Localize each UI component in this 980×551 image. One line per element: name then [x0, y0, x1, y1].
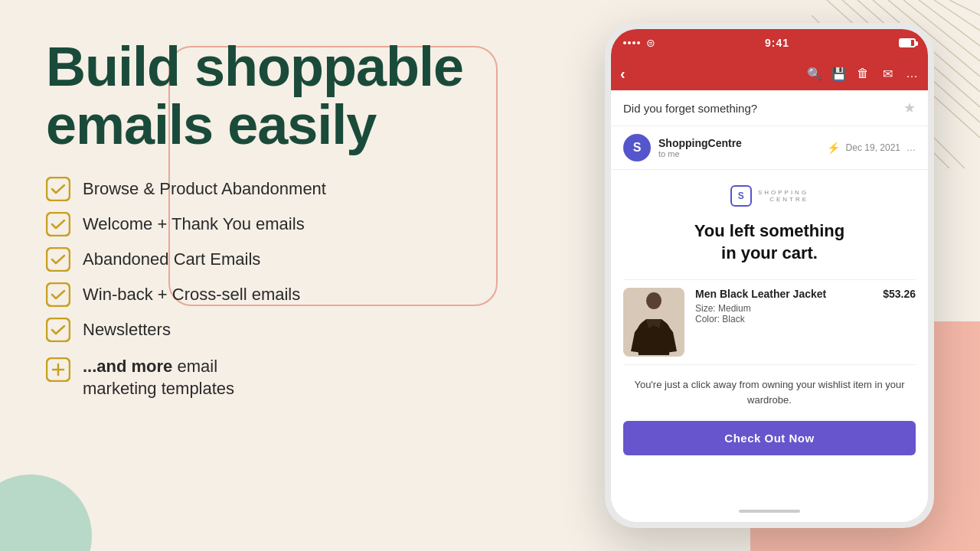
email-toolbar: ‹ 🔍 💾 🗑 ✉ …	[611, 57, 928, 90]
jacket-illustration	[627, 290, 681, 355]
svg-point-18	[646, 292, 662, 309]
signal-bars	[623, 41, 640, 44]
promo-text: You're just a click away from owning you…	[623, 377, 916, 407]
feature-item-5: Newsletters	[46, 318, 521, 342]
svg-rect-14	[47, 248, 70, 271]
battery-fill	[900, 40, 911, 46]
phone-inner: ⊜ 9:41 ‹ 🔍 💾 🗑 ✉ …	[611, 29, 928, 522]
product-details: Men Black Leather Jacket Size: Medium Co…	[695, 288, 872, 357]
svg-line-7	[934, 0, 980, 31]
battery-icon	[899, 38, 916, 47]
star-icon[interactable]: ★	[903, 99, 916, 116]
brand-name-block: SHOPPING CENTRE	[758, 189, 808, 203]
email-icon[interactable]: ✉	[880, 67, 894, 81]
delete-icon[interactable]: 🗑	[856, 67, 870, 80]
more-bold: ...and more	[83, 357, 172, 376]
product-size: Size: Medium	[695, 303, 872, 314]
sender-row: S ShoppingCentre to me ⚡ Dec 19, 2021 …	[611, 126, 928, 170]
main-title: Build shoppable emails easily	[46, 38, 521, 154]
feature-text-5: Newsletters	[83, 320, 171, 340]
search-icon[interactable]: 🔍	[807, 67, 821, 81]
feature-item-3: Abandoned Cart Emails	[46, 247, 521, 272]
phone-mockup: ⊜ 9:41 ‹ 🔍 💾 🗑 ✉ …	[605, 23, 934, 528]
svg-rect-12	[47, 178, 70, 201]
svg-rect-15	[47, 283, 70, 306]
phone-outer: ⊜ 9:41 ‹ 🔍 💾 🗑 ✉ …	[605, 23, 934, 528]
email-subject: Did you forget something?	[623, 102, 757, 115]
deco-bottom-left	[0, 474, 92, 551]
brand-logo: S SHOPPING CENTRE	[730, 185, 808, 207]
check-icon-4	[46, 282, 70, 307]
status-right	[899, 38, 916, 47]
product-color: Color: Black	[695, 314, 872, 324]
toolbar-icons: 🔍 💾 🗑 ✉ …	[807, 67, 919, 81]
feature-item-2: Welcome + Thank You emails	[46, 212, 521, 236]
svg-rect-16	[47, 318, 70, 341]
sender-meta: ⚡ Dec 19, 2021 …	[827, 142, 916, 154]
check-icon-5	[46, 318, 70, 342]
signal-dot-2	[628, 41, 631, 44]
status-bar: ⊜ 9:41	[611, 29, 928, 57]
archive-icon[interactable]: 💾	[831, 67, 845, 81]
product-row: Men Black Leather Jacket Size: Medium Co…	[623, 279, 916, 365]
check-icon-1	[46, 177, 70, 201]
email-date: Dec 19, 2021	[846, 142, 900, 153]
status-left: ⊜	[623, 37, 655, 49]
email-header: Did you forget something? ★	[611, 90, 928, 126]
feature-text-3: Abandoned Cart Emails	[83, 249, 260, 269]
feature-item-4: Win-back + Cross-sell emails	[46, 282, 521, 307]
lightning-icon: ⚡	[827, 142, 840, 154]
check-icon-2	[46, 212, 70, 236]
product-price: $53.26	[883, 288, 916, 357]
signal-dot-1	[623, 41, 626, 44]
sender-info: ShoppingCentre to me	[658, 137, 819, 158]
brand-icon: S	[730, 185, 752, 207]
left-section: Build shoppable emails easily Browse & P…	[46, 38, 521, 399]
feature-text-1: Browse & Product Abandonment	[83, 179, 326, 199]
feature-last: ...and more emailmarketing templates	[46, 356, 521, 399]
brand-name: SHOPPING CENTRE	[758, 189, 808, 203]
feature-last-text: ...and more emailmarketing templates	[83, 356, 234, 399]
status-time: 9:41	[765, 37, 789, 49]
signal-dot-4	[637, 41, 640, 44]
feature-text-2: Welcome + Thank You emails	[83, 214, 305, 234]
sender-avatar: S	[623, 134, 651, 161]
phone-home-bar	[611, 500, 928, 522]
more-icon[interactable]: …	[905, 67, 919, 80]
plus-icon	[46, 357, 70, 382]
sender-to: to me	[658, 149, 819, 158]
product-name: Men Black Leather Jacket	[695, 288, 872, 300]
back-icon[interactable]: ‹	[620, 65, 626, 83]
features-list: Browse & Product Abandonment Welcome + T…	[46, 177, 521, 342]
signal-dot-3	[632, 41, 635, 44]
email-more: …	[906, 142, 916, 153]
product-image	[623, 288, 684, 357]
cart-headline: You left something in your cart.	[694, 220, 844, 264]
check-icon-3	[46, 247, 70, 272]
home-bar-indicator	[739, 510, 800, 513]
checkout-button[interactable]: Check Out Now	[623, 421, 916, 455]
feature-item-1: Browse & Product Abandonment	[46, 177, 521, 201]
feature-text-4: Win-back + Cross-sell emails	[83, 285, 300, 305]
wifi-icon: ⊜	[646, 37, 655, 49]
svg-rect-13	[47, 213, 70, 236]
email-body: S SHOPPING CENTRE You left something in …	[611, 170, 928, 500]
sender-name: ShoppingCentre	[658, 137, 819, 149]
